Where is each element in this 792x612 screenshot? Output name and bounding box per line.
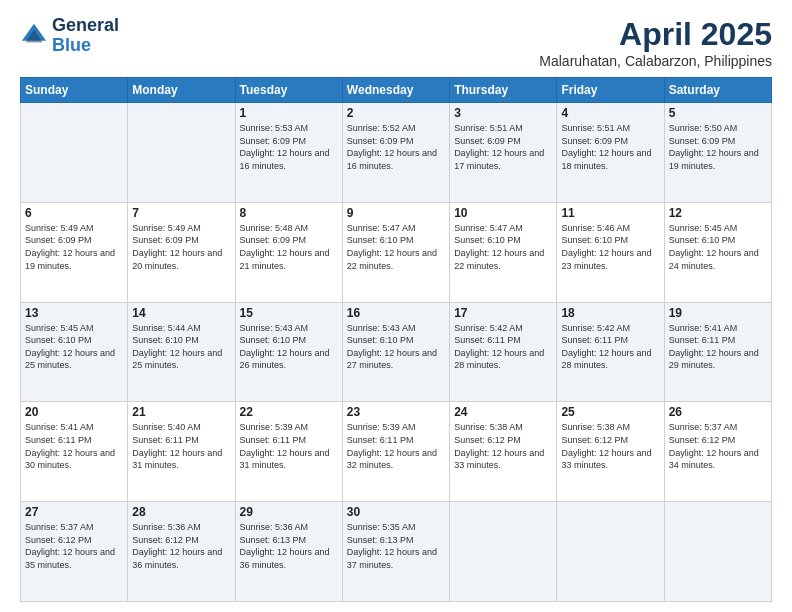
sunrise-text: Sunrise: 5:41 AM <box>669 322 767 335</box>
sunset-text: Sunset: 6:10 PM <box>25 334 123 347</box>
sunrise-text: Sunrise: 5:38 AM <box>454 421 552 434</box>
sunset-text: Sunset: 6:12 PM <box>132 534 230 547</box>
sunset-text: Sunset: 6:12 PM <box>454 434 552 447</box>
table-row: 28Sunrise: 5:36 AMSunset: 6:12 PMDayligh… <box>128 502 235 602</box>
sunrise-text: Sunrise: 5:43 AM <box>347 322 445 335</box>
day-info: Sunrise: 5:38 AMSunset: 6:12 PMDaylight:… <box>561 421 659 471</box>
day-info: Sunrise: 5:36 AMSunset: 6:13 PMDaylight:… <box>240 521 338 571</box>
sunrise-text: Sunrise: 5:42 AM <box>454 322 552 335</box>
table-row: 9Sunrise: 5:47 AMSunset: 6:10 PMDaylight… <box>342 202 449 302</box>
day-number: 9 <box>347 206 445 220</box>
table-row: 17Sunrise: 5:42 AMSunset: 6:11 PMDayligh… <box>450 302 557 402</box>
table-row: 7Sunrise: 5:49 AMSunset: 6:09 PMDaylight… <box>128 202 235 302</box>
sunset-text: Sunset: 6:11 PM <box>669 334 767 347</box>
sunset-text: Sunset: 6:13 PM <box>240 534 338 547</box>
location-title: Malaruhatan, Calabarzon, Philippines <box>539 53 772 69</box>
table-row <box>450 502 557 602</box>
day-number: 19 <box>669 306 767 320</box>
day-info: Sunrise: 5:37 AMSunset: 6:12 PMDaylight:… <box>25 521 123 571</box>
sunset-text: Sunset: 6:11 PM <box>132 434 230 447</box>
daylight-text: Daylight: 12 hours and 22 minutes. <box>347 247 445 272</box>
table-row: 25Sunrise: 5:38 AMSunset: 6:12 PMDayligh… <box>557 402 664 502</box>
day-info: Sunrise: 5:41 AMSunset: 6:11 PMDaylight:… <box>669 322 767 372</box>
sunrise-text: Sunrise: 5:49 AM <box>25 222 123 235</box>
sunrise-text: Sunrise: 5:37 AM <box>669 421 767 434</box>
table-row: 18Sunrise: 5:42 AMSunset: 6:11 PMDayligh… <box>557 302 664 402</box>
daylight-text: Daylight: 12 hours and 35 minutes. <box>25 546 123 571</box>
sunrise-text: Sunrise: 5:36 AM <box>132 521 230 534</box>
logo: General Blue <box>20 16 119 56</box>
day-number: 12 <box>669 206 767 220</box>
col-friday: Friday <box>557 78 664 103</box>
sunset-text: Sunset: 6:10 PM <box>669 234 767 247</box>
daylight-text: Daylight: 12 hours and 27 minutes. <box>347 347 445 372</box>
daylight-text: Daylight: 12 hours and 25 minutes. <box>25 347 123 372</box>
day-number: 4 <box>561 106 659 120</box>
day-number: 29 <box>240 505 338 519</box>
daylight-text: Daylight: 12 hours and 30 minutes. <box>25 447 123 472</box>
day-info: Sunrise: 5:45 AMSunset: 6:10 PMDaylight:… <box>669 222 767 272</box>
day-number: 1 <box>240 106 338 120</box>
logo-icon <box>20 22 48 50</box>
table-row: 16Sunrise: 5:43 AMSunset: 6:10 PMDayligh… <box>342 302 449 402</box>
sunset-text: Sunset: 6:10 PM <box>347 234 445 247</box>
sunrise-text: Sunrise: 5:53 AM <box>240 122 338 135</box>
table-row: 22Sunrise: 5:39 AMSunset: 6:11 PMDayligh… <box>235 402 342 502</box>
table-row: 3Sunrise: 5:51 AMSunset: 6:09 PMDaylight… <box>450 103 557 203</box>
daylight-text: Daylight: 12 hours and 37 minutes. <box>347 546 445 571</box>
day-number: 23 <box>347 405 445 419</box>
day-number: 14 <box>132 306 230 320</box>
daylight-text: Daylight: 12 hours and 31 minutes. <box>132 447 230 472</box>
day-info: Sunrise: 5:41 AMSunset: 6:11 PMDaylight:… <box>25 421 123 471</box>
day-info: Sunrise: 5:44 AMSunset: 6:10 PMDaylight:… <box>132 322 230 372</box>
sunset-text: Sunset: 6:11 PM <box>561 334 659 347</box>
sunset-text: Sunset: 6:10 PM <box>454 234 552 247</box>
header: General Blue April 2025 Malaruhatan, Cal… <box>20 16 772 69</box>
sunrise-text: Sunrise: 5:43 AM <box>240 322 338 335</box>
logo-blue-text: Blue <box>52 36 119 56</box>
daylight-text: Daylight: 12 hours and 25 minutes. <box>132 347 230 372</box>
table-row: 20Sunrise: 5:41 AMSunset: 6:11 PMDayligh… <box>21 402 128 502</box>
sunset-text: Sunset: 6:11 PM <box>240 434 338 447</box>
sunrise-text: Sunrise: 5:47 AM <box>347 222 445 235</box>
daylight-text: Daylight: 12 hours and 36 minutes. <box>132 546 230 571</box>
day-number: 13 <box>25 306 123 320</box>
day-number: 10 <box>454 206 552 220</box>
calendar-week-row: 6Sunrise: 5:49 AMSunset: 6:09 PMDaylight… <box>21 202 772 302</box>
sunset-text: Sunset: 6:10 PM <box>347 334 445 347</box>
daylight-text: Daylight: 12 hours and 23 minutes. <box>561 247 659 272</box>
sunset-text: Sunset: 6:10 PM <box>240 334 338 347</box>
sunrise-text: Sunrise: 5:50 AM <box>669 122 767 135</box>
day-info: Sunrise: 5:46 AMSunset: 6:10 PMDaylight:… <box>561 222 659 272</box>
daylight-text: Daylight: 12 hours and 17 minutes. <box>454 147 552 172</box>
sunrise-text: Sunrise: 5:46 AM <box>561 222 659 235</box>
month-title: April 2025 <box>539 16 772 53</box>
sunrise-text: Sunrise: 5:41 AM <box>25 421 123 434</box>
day-info: Sunrise: 5:48 AMSunset: 6:09 PMDaylight:… <box>240 222 338 272</box>
day-info: Sunrise: 5:47 AMSunset: 6:10 PMDaylight:… <box>347 222 445 272</box>
daylight-text: Daylight: 12 hours and 20 minutes. <box>132 247 230 272</box>
col-monday: Monday <box>128 78 235 103</box>
table-row <box>21 103 128 203</box>
day-info: Sunrise: 5:42 AMSunset: 6:11 PMDaylight:… <box>454 322 552 372</box>
sunrise-text: Sunrise: 5:35 AM <box>347 521 445 534</box>
col-tuesday: Tuesday <box>235 78 342 103</box>
day-number: 20 <box>25 405 123 419</box>
sunset-text: Sunset: 6:13 PM <box>347 534 445 547</box>
day-info: Sunrise: 5:40 AMSunset: 6:11 PMDaylight:… <box>132 421 230 471</box>
table-row: 15Sunrise: 5:43 AMSunset: 6:10 PMDayligh… <box>235 302 342 402</box>
table-row <box>664 502 771 602</box>
table-row <box>128 103 235 203</box>
day-info: Sunrise: 5:51 AMSunset: 6:09 PMDaylight:… <box>454 122 552 172</box>
table-row: 11Sunrise: 5:46 AMSunset: 6:10 PMDayligh… <box>557 202 664 302</box>
sunrise-text: Sunrise: 5:48 AM <box>240 222 338 235</box>
day-number: 28 <box>132 505 230 519</box>
title-section: April 2025 Malaruhatan, Calabarzon, Phil… <box>539 16 772 69</box>
sunset-text: Sunset: 6:12 PM <box>25 534 123 547</box>
sunrise-text: Sunrise: 5:39 AM <box>240 421 338 434</box>
logo-general-text: General <box>52 16 119 36</box>
sunset-text: Sunset: 6:12 PM <box>669 434 767 447</box>
sunrise-text: Sunrise: 5:45 AM <box>669 222 767 235</box>
sunset-text: Sunset: 6:10 PM <box>132 334 230 347</box>
table-row: 29Sunrise: 5:36 AMSunset: 6:13 PMDayligh… <box>235 502 342 602</box>
